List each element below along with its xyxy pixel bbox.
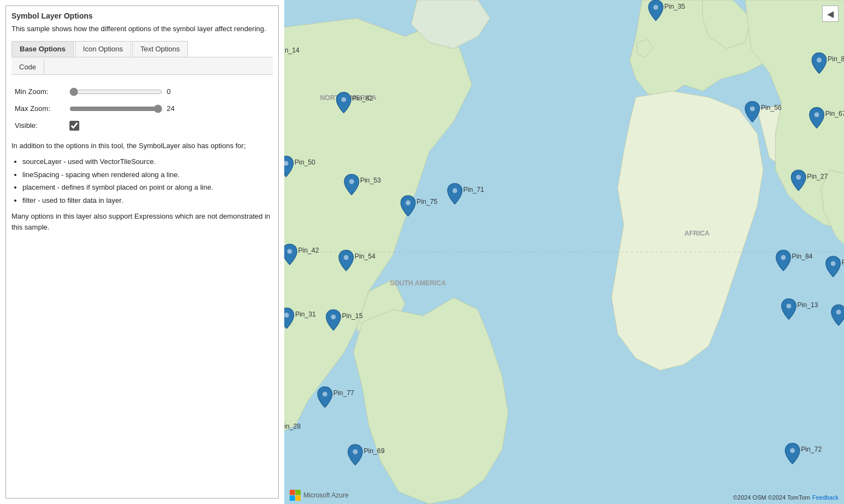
map-attribution: ©2024 OSM ©2024 TomTom Feedback [733, 494, 839, 501]
svg-point-59 [836, 310, 841, 315]
footer-text: Many options in this layer also support … [11, 211, 273, 232]
svg-point-67 [331, 314, 336, 319]
min-zoom-slider[interactable] [69, 87, 162, 97]
svg-point-29 [349, 179, 354, 184]
azure-label: Microsoft Azure [303, 491, 349, 499]
svg-rect-88 [295, 490, 301, 495]
svg-text:Pin_84: Pin_84 [792, 253, 813, 260]
tab-code[interactable]: Code [11, 60, 44, 74]
map-svg: NORTH AMERICA SOUTH AMERICA AFRICA Pin_3… [284, 0, 844, 504]
svg-text:Pin_77: Pin_77 [333, 389, 354, 397]
svg-text:Pin_28: Pin_28 [284, 423, 301, 430]
max-zoom-row: Max Zoom: 24 [15, 104, 269, 113]
svg-point-15 [341, 97, 346, 102]
bullet-3: placement - defines if symbol placed on … [22, 182, 273, 193]
svg-text:Pin_83: Pin_83 [828, 55, 844, 63]
svg-text:Pin_50: Pin_50 [295, 159, 315, 166]
svg-point-33 [453, 188, 458, 193]
visible-row: Visible: [15, 121, 269, 131]
feedback-link[interactable]: Feedback [812, 494, 839, 501]
svg-point-35 [796, 175, 801, 180]
svg-text:Pin_56: Pin_56 [761, 104, 782, 112]
svg-point-31 [406, 201, 411, 206]
bullet-2: lineSpacing - spacing when rendered alon… [22, 169, 273, 180]
max-zoom-value: 24 [167, 104, 180, 113]
attribution-text: ©2024 OSM ©2024 TomTom [733, 494, 810, 501]
svg-point-77 [323, 391, 327, 396]
svg-text:Pin_38: Pin_38 [842, 259, 844, 266]
svg-text:Pin_69: Pin_69 [364, 447, 384, 455]
svg-point-41 [287, 249, 292, 254]
min-zoom-value: 0 [167, 87, 180, 96]
svg-text:Pin_54: Pin_54 [355, 253, 376, 260]
controls-section: Min Zoom: 0 Max Zoom: 24 Visible: [11, 79, 273, 138]
svg-point-19 [814, 113, 819, 118]
info-heading: In addition to the options in this tool,… [11, 140, 273, 151]
svg-text:AFRICA: AFRICA [684, 230, 710, 237]
svg-point-47 [831, 261, 836, 266]
svg-point-5 [653, 5, 658, 10]
svg-text:Pin_15: Pin_15 [342, 312, 362, 320]
tab-icon-options[interactable]: Icon Options [75, 41, 131, 57]
svg-text:Pin_53: Pin_53 [360, 177, 381, 184]
bullet-1: sourceLayer - used with VectorTileSource… [22, 156, 273, 167]
tab-bar: Base Options Icon Options Text Options [11, 41, 273, 57]
svg-text:Pin_42: Pin_42 [298, 247, 319, 254]
svg-point-65 [284, 313, 289, 318]
svg-text:Pin_71: Pin_71 [464, 186, 484, 194]
svg-text:Pin_14: Pin_14 [284, 46, 300, 54]
visible-checkbox[interactable] [69, 121, 79, 131]
svg-rect-87 [290, 490, 295, 495]
svg-text:Pin_72: Pin_72 [801, 446, 822, 453]
bullet-list: sourceLayer - used with VectorTileSource… [22, 156, 273, 206]
svg-text:Pin_75: Pin_75 [417, 198, 437, 206]
svg-text:Pin_27: Pin_27 [807, 173, 828, 180]
panel-description: This sample shows how the different opti… [11, 24, 273, 34]
min-zoom-row: Min Zoom: 0 [15, 87, 269, 97]
svg-point-17 [750, 106, 755, 111]
bullet-4: filter - used to filter data in layer. [22, 195, 273, 206]
panel-title: Symbol Layer Options [11, 11, 273, 20]
svg-text:Pin_82: Pin_82 [352, 95, 373, 102]
svg-rect-89 [290, 495, 295, 501]
min-zoom-slider-container: 0 [69, 87, 180, 97]
max-zoom-slider-container: 24 [69, 104, 180, 113]
info-section: In addition to the options in this tool,… [11, 138, 273, 238]
tab-base-options[interactable]: Base Options [11, 41, 74, 57]
svg-text:SOUTH AMERICA: SOUTH AMERICA [390, 279, 446, 287]
svg-text:Pin_13: Pin_13 [798, 301, 818, 309]
svg-point-81 [353, 449, 357, 454]
min-zoom-label: Min Zoom: [15, 87, 64, 96]
svg-rect-90 [295, 495, 301, 501]
svg-text:Pin_31: Pin_31 [295, 310, 316, 318]
max-zoom-label: Max Zoom: [15, 104, 64, 113]
svg-point-13 [817, 58, 822, 63]
max-zoom-slider[interactable] [69, 104, 162, 113]
left-panel: Symbol Layer Options This sample shows h… [5, 5, 279, 499]
tab-text-options[interactable]: Text Options [132, 41, 188, 57]
azure-logo: Microsoft Azure [290, 490, 349, 501]
svg-text:Pin_67: Pin_67 [825, 110, 844, 118]
svg-point-57 [787, 303, 792, 308]
map-area[interactable]: NORTH AMERICA SOUTH AMERICA AFRICA Pin_3… [284, 0, 844, 504]
svg-point-45 [781, 255, 786, 260]
svg-point-83 [790, 448, 795, 453]
collapse-button[interactable]: ◀ [822, 5, 839, 22]
azure-icon [290, 490, 301, 501]
svg-point-43 [344, 255, 349, 260]
svg-text:Pin_35: Pin_35 [664, 3, 685, 10]
visible-label: Visible: [15, 121, 64, 130]
